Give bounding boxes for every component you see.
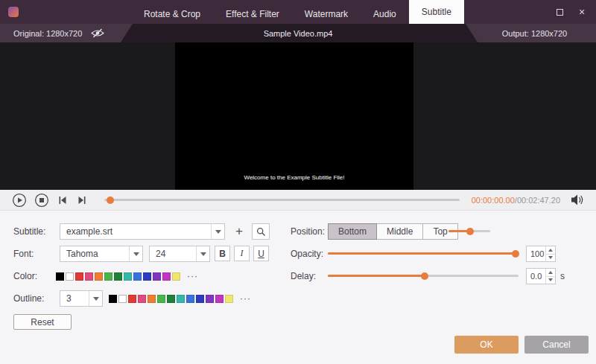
position-slider[interactable]: [448, 230, 490, 232]
stop-button[interactable]: [34, 193, 49, 208]
color-swatch[interactable]: [206, 295, 214, 303]
subtitle-file-value: example.srt: [60, 224, 211, 239]
delay-slider[interactable]: [328, 275, 519, 277]
dropdown-chevron-box: [196, 246, 209, 261]
outline-label: Outline:: [13, 290, 44, 307]
color-swatch[interactable]: [143, 272, 151, 281]
search-subtitle-button[interactable]: [252, 223, 270, 240]
more-colors-button[interactable]: ···: [187, 268, 198, 284]
font-label: Font:: [13, 246, 34, 262]
opacity-slider-thumb[interactable]: [512, 250, 519, 258]
opacity-slider[interactable]: [328, 252, 519, 255]
font-size-dropdown[interactable]: 24: [149, 246, 210, 262]
delay-label: Delay:: [291, 268, 316, 284]
color-swatch[interactable]: [104, 272, 112, 281]
opacity-increment-button[interactable]: [546, 246, 555, 254]
color-swatch[interactable]: [162, 272, 171, 281]
color-swatch[interactable]: [66, 272, 74, 281]
color-swatch[interactable]: [186, 295, 194, 303]
maximize-button[interactable]: [553, 5, 566, 19]
color-swatch[interactable]: [118, 295, 127, 303]
subtitle-file-dropdown[interactable]: example.srt: [60, 223, 225, 240]
preview-visibility-toggle[interactable]: [91, 28, 104, 38]
more-outline-colors-button[interactable]: ···: [240, 290, 251, 307]
color-swatch[interactable]: [172, 272, 180, 281]
add-subtitle-button[interactable]: +: [231, 223, 247, 240]
tab-bar: Rotate & Crop Effect & Filter Watermark …: [131, 0, 464, 24]
color-swatch[interactable]: [138, 295, 146, 303]
color-swatch[interactable]: [148, 295, 156, 303]
bold-button[interactable]: B: [215, 246, 230, 261]
subtitle-settings-panel: Subtitle: example.srt + Position: Bottom…: [0, 211, 596, 364]
color-swatch[interactable]: [177, 295, 185, 303]
tab-rotate-crop[interactable]: Rotate & Crop: [131, 4, 213, 24]
color-swatch[interactable]: [196, 295, 204, 303]
dropdown-chevron-box: [211, 224, 224, 239]
play-icon: [12, 193, 27, 208]
tab-effect-filter[interactable]: Effect & Filter: [213, 4, 292, 24]
play-button[interactable]: [12, 193, 27, 208]
position-slider-thumb[interactable]: [466, 228, 474, 235]
subtitle-overlay-text: Welcome to the Example Subtitle File!: [175, 174, 413, 181]
previous-frame-button[interactable]: [57, 195, 69, 205]
color-swatch[interactable]: [109, 295, 117, 303]
chevron-down-icon: [93, 297, 99, 301]
eye-slash-icon: [91, 28, 104, 38]
next-frame-button[interactable]: [76, 195, 88, 205]
time-display: 00:00:00.00/00:02:47.20: [472, 196, 560, 205]
volume-icon: [571, 194, 584, 205]
arrow-up-icon: [548, 271, 553, 274]
next-frame-icon: [76, 195, 88, 205]
position-segment-group: Bottom Middle Top: [328, 223, 458, 240]
opacity-decrement-button[interactable]: [546, 254, 555, 262]
color-swatch[interactable]: [56, 272, 64, 281]
color-swatch[interactable]: [225, 295, 233, 303]
color-swatch[interactable]: [85, 272, 93, 281]
current-time: 00:00:00.00: [472, 196, 515, 205]
outline-size-dropdown[interactable]: 3: [60, 290, 103, 307]
color-swatch[interactable]: [114, 272, 122, 281]
reset-button[interactable]: Reset: [13, 314, 72, 330]
font-family-dropdown[interactable]: Tahoma: [60, 246, 143, 262]
italic-button[interactable]: I: [234, 246, 250, 261]
color-label: Color:: [13, 268, 37, 284]
delay-slider-fill: [328, 275, 425, 277]
position-label: Position:: [291, 223, 325, 240]
underline-button[interactable]: U: [253, 246, 269, 261]
delay-slider-thumb[interactable]: [421, 272, 428, 280]
seek-slider[interactable]: [104, 199, 460, 201]
delay-decrement-button[interactable]: [546, 276, 555, 284]
ok-button[interactable]: OK: [454, 336, 519, 354]
color-swatch[interactable]: [128, 295, 136, 303]
delay-value: 0.0: [527, 269, 545, 284]
color-swatch[interactable]: [157, 295, 165, 303]
chevron-down-icon: [133, 252, 139, 256]
color-swatch[interactable]: [133, 272, 142, 281]
dropdown-chevron-box: [129, 246, 142, 261]
color-swatch[interactable]: [95, 272, 103, 281]
position-option-middle[interactable]: Middle: [376, 223, 423, 240]
volume-button[interactable]: [571, 194, 584, 205]
outline-size-value: 3: [60, 291, 89, 306]
color-swatch[interactable]: [153, 272, 161, 281]
output-resolution-badge: Output: 1280x720: [466, 24, 596, 42]
outline-swatch-row: [109, 290, 235, 307]
seek-slider-thumb[interactable]: [107, 197, 114, 204]
total-time: /00:02:47.20: [515, 196, 560, 205]
tab-subtitle[interactable]: Subtitle: [409, 0, 464, 24]
search-icon: [256, 227, 266, 237]
delay-increment-button[interactable]: [546, 269, 555, 276]
opacity-spinner: 100: [526, 246, 556, 262]
color-swatch[interactable]: [124, 272, 132, 281]
color-swatch[interactable]: [75, 272, 83, 281]
color-swatch[interactable]: [167, 295, 175, 303]
color-swatch[interactable]: [215, 295, 224, 303]
original-resolution-label: Original: 1280x720: [13, 29, 82, 38]
tab-audio[interactable]: Audio: [361, 4, 409, 24]
arrow-down-icon: [548, 256, 553, 259]
tab-watermark[interactable]: Watermark: [292, 4, 361, 24]
position-option-bottom[interactable]: Bottom: [328, 223, 377, 240]
cancel-button[interactable]: Cancel: [524, 336, 589, 354]
close-button[interactable]: ×: [575, 5, 589, 19]
player-bar: 00:00:00.00/00:02:47.20: [0, 190, 596, 211]
